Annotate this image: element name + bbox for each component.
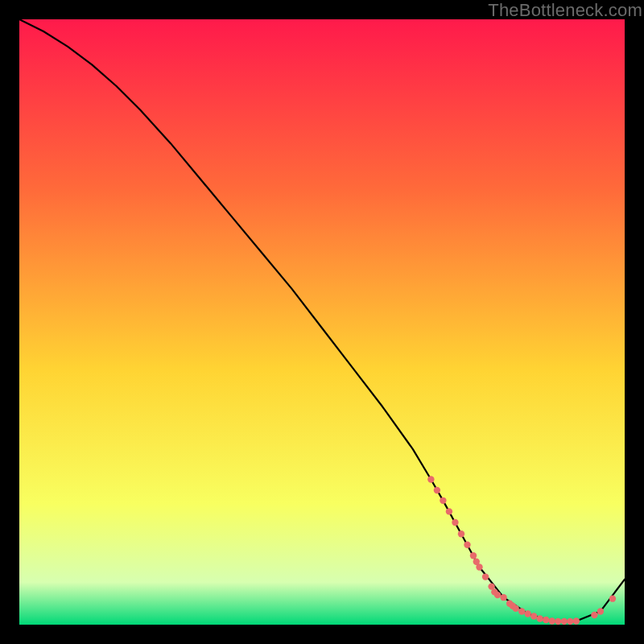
marker-dot (537, 615, 543, 621)
marker-dot (452, 519, 458, 526)
marker-dot (524, 610, 530, 617)
marker-dot (561, 618, 568, 625)
marker-dot (567, 618, 573, 625)
watermark-text: TheBottleneck.com (488, 0, 642, 21)
marker-dot (597, 608, 604, 614)
marker-dot (476, 564, 482, 570)
marker-dot (446, 508, 452, 514)
marker-dot (609, 595, 616, 601)
marker-dot (543, 617, 549, 623)
marker-dot (591, 612, 597, 618)
marker-dot (518, 608, 525, 614)
marker-dot (500, 594, 506, 601)
marker-dot (464, 542, 470, 548)
marker-dot (512, 605, 518, 611)
bottleneck-chart (19, 19, 625, 625)
marker-dot (549, 617, 555, 624)
marker-dot (440, 497, 446, 504)
marker-dot (482, 573, 489, 580)
marker-dot (458, 530, 464, 537)
marker-dot (555, 618, 561, 625)
marker-dot (494, 592, 501, 598)
marker-dot (530, 613, 537, 619)
marker-dot (434, 487, 440, 493)
marker-dot (573, 617, 580, 624)
marker-dot (470, 552, 477, 559)
chart-frame (19, 19, 625, 625)
gradient-background (19, 19, 625, 625)
marker-dot (427, 476, 434, 482)
